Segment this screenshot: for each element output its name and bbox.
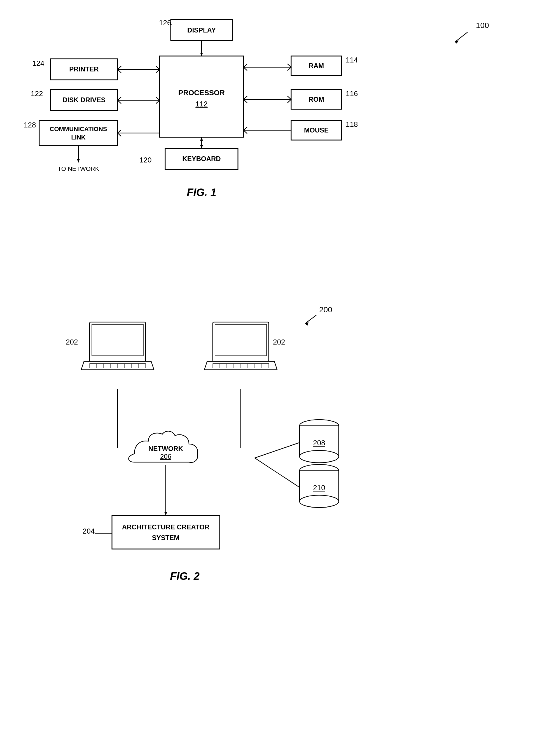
ram-label: RAM xyxy=(309,62,324,70)
ref-202-right: 202 xyxy=(273,338,285,346)
processor-label: PROCESSOR xyxy=(178,89,225,97)
processor-ref: 112 xyxy=(196,100,207,108)
network-label: NETWORK xyxy=(148,445,183,452)
network-cloud: NETWORK 206 xyxy=(128,431,198,463)
db1: 208 xyxy=(300,420,339,463)
svg-rect-19 xyxy=(92,324,143,356)
arch-creator-label2: SYSTEM xyxy=(152,534,180,541)
svg-line-44 xyxy=(255,443,300,458)
ref-126: 126 xyxy=(159,19,171,27)
svg-point-52 xyxy=(300,495,339,507)
ref-122: 122 xyxy=(31,90,43,98)
svg-marker-55 xyxy=(164,512,167,515)
ref-116: 116 xyxy=(346,90,358,98)
comm-link-label: COMMUNICATIONS xyxy=(50,125,107,132)
db2: 210 xyxy=(300,465,339,507)
display-label: DISPLAY xyxy=(187,26,216,34)
svg-marker-4 xyxy=(200,53,203,56)
ref-120: 120 xyxy=(139,156,151,164)
laptop1 xyxy=(81,322,154,370)
disk-drives-label: DISK DRIVES xyxy=(63,96,105,103)
network-ref: 206 xyxy=(160,453,171,460)
svg-line-0 xyxy=(455,32,468,42)
svg-marker-9 xyxy=(200,137,203,141)
ref-100: 100 xyxy=(476,21,489,30)
ref-128: 128 xyxy=(24,121,36,129)
svg-line-45 xyxy=(255,458,300,487)
ref-118: 118 xyxy=(346,120,358,128)
svg-rect-31 xyxy=(215,324,266,356)
svg-rect-49 xyxy=(300,426,338,430)
svg-line-16 xyxy=(305,315,316,323)
svg-point-48 xyxy=(300,451,339,463)
arch-creator-label1: ARCHITECTURE CREATOR xyxy=(122,523,209,531)
fig1-diagram: 100 DISPLAY 126 PROCESSOR 112 RAM 114 RO… xyxy=(22,11,515,213)
ref-204: 204 xyxy=(82,527,95,535)
to-network-text: TO NETWORK xyxy=(58,165,99,172)
svg-marker-15 xyxy=(77,159,80,162)
ref-114: 114 xyxy=(346,56,358,64)
laptop2 xyxy=(204,322,277,370)
keyboard-label: KEYBOARD xyxy=(182,155,220,162)
printer-label: PRINTER xyxy=(69,65,98,73)
rom-label: ROM xyxy=(309,95,324,103)
ref-124: 124 xyxy=(32,59,44,68)
arch-creator-box xyxy=(112,515,220,549)
ref-202-left: 202 xyxy=(66,338,78,346)
svg-rect-53 xyxy=(300,471,338,475)
mouse-label: MOUSE xyxy=(304,126,329,134)
fig2-caption: FIG. 2 xyxy=(170,570,200,582)
svg-marker-10 xyxy=(200,145,203,148)
ref-200: 200 xyxy=(319,305,332,314)
fig1-caption: FIG. 1 xyxy=(187,187,216,198)
db2-ref: 210 xyxy=(313,483,325,492)
db1-ref: 208 xyxy=(313,439,325,447)
comm-link-box xyxy=(39,120,118,146)
comm-link-label2: LINK xyxy=(71,134,85,141)
fig2-diagram: 200 202 xyxy=(22,297,515,734)
